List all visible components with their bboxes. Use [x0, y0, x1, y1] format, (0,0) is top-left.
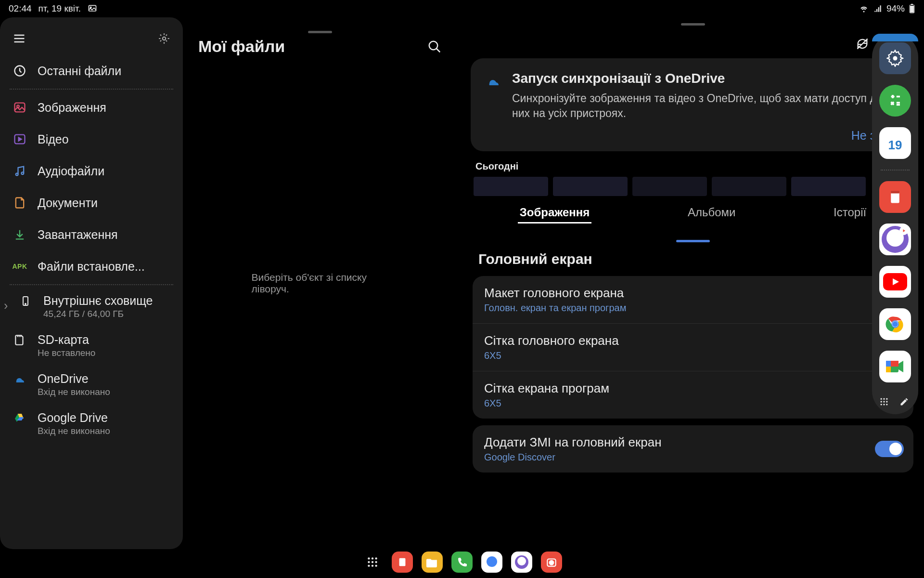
tab-images[interactable]: Зображення — [518, 203, 592, 223]
search-icon[interactable] — [427, 39, 442, 54]
dock-apps-grid-button[interactable] — [879, 397, 891, 408]
onedrive-dismiss-button[interactable]: Не зараз — [485, 129, 901, 143]
dock-calculator-app[interactable] — [879, 85, 911, 117]
sidebar-recent-files[interactable]: Останні файли — [0, 55, 183, 87]
tab-stories[interactable]: Історії — [832, 203, 868, 223]
svg-point-41 — [883, 404, 885, 405]
dock-edit-button[interactable] — [899, 397, 911, 408]
image-icon — [13, 100, 27, 115]
onedrive-card-desc: Синхронізуйте зображення та відео з OneD… — [512, 91, 901, 121]
battery-icon — [909, 4, 915, 13]
dock-browser-app[interactable] — [879, 223, 911, 255]
status-date: пт, 19 квіт. — [38, 3, 81, 14]
svg-point-42 — [886, 404, 887, 405]
svg-point-47 — [372, 561, 373, 563]
sdcard-icon — [13, 333, 27, 347]
setting-apps-grid[interactable]: Сітка екрана програм 6X5 — [473, 371, 913, 419]
sidebar-audio-label: Аудіофайли — [38, 164, 104, 178]
svg-rect-22 — [891, 191, 899, 194]
sidebar-gdrive[interactable]: Google Drive Вхід не виконано — [0, 404, 183, 443]
screenshot-icon — [88, 4, 97, 13]
gallery-thumb[interactable] — [474, 177, 548, 196]
gallery-thumb[interactable] — [791, 177, 866, 196]
dock-chrome-app[interactable] — [879, 308, 911, 340]
status-time: 02:44 — [9, 3, 32, 14]
svg-point-10 — [16, 173, 18, 176]
setting-label: Сітка екрана програм — [484, 381, 902, 396]
taskbar-internet[interactable] — [511, 552, 532, 573]
onedrive-cloud-icon — [485, 75, 501, 85]
svg-point-43 — [368, 557, 370, 559]
sync-icon[interactable] — [856, 37, 869, 51]
gallery-thumb[interactable] — [712, 177, 786, 196]
menu-icon[interactable] — [13, 32, 26, 45]
sidebar-apk-label: Файли встановле... — [38, 260, 145, 274]
today-section: Сьогодні Зображення Альбоми Історії — [462, 155, 924, 232]
taskbar-phone[interactable] — [451, 552, 473, 573]
dock-settings-app[interactable] — [879, 42, 911, 74]
svg-point-38 — [883, 401, 885, 402]
drag-handle[interactable] — [676, 240, 710, 242]
dock-meet-app[interactable] — [879, 351, 911, 382]
sidebar-documents[interactable]: Документи — [0, 187, 183, 219]
svg-point-11 — [22, 172, 24, 174]
battery-percent: 94% — [886, 3, 905, 14]
onedrive-card-title: Запуск синхронізації з OneDrive — [512, 71, 901, 86]
sidebar-images[interactable]: Зображення — [0, 92, 183, 123]
svg-rect-21 — [891, 192, 899, 203]
files-content: Мої файли Виберіть об'єкт зі списку ліво… — [183, 17, 457, 549]
taskbar-notes[interactable] — [392, 552, 413, 573]
audio-icon — [13, 164, 27, 178]
clock-icon — [13, 64, 27, 78]
svg-point-13 — [25, 303, 26, 304]
setting-media-home[interactable]: Додати ЗМІ на головний екран Google Disc… — [473, 425, 913, 473]
sidebar-onedrive[interactable]: OneDrive Вхід не виконано — [0, 365, 183, 404]
svg-point-34 — [881, 398, 882, 400]
taskbar — [0, 550, 924, 574]
sidebar-downloads-label: Завантаження — [38, 228, 118, 242]
svg-rect-52 — [399, 558, 406, 566]
svg-rect-4 — [910, 6, 914, 13]
settings-icon[interactable] — [158, 32, 170, 45]
taskbar-files[interactable] — [422, 552, 443, 573]
taskbar-camera[interactable] — [541, 552, 562, 573]
drag-handle[interactable] — [308, 31, 332, 33]
setting-home-layout[interactable]: Макет головного екрана Головн. екран та … — [473, 276, 913, 324]
setting-value: Головн. екран та екран програм — [484, 302, 902, 314]
gallery-thumb[interactable] — [632, 177, 707, 196]
setting-home-grid[interactable]: Сітка головного екрана 6X5 — [473, 324, 913, 371]
svg-point-45 — [375, 557, 377, 559]
sidebar-audio[interactable]: Аудіофайли — [0, 155, 183, 187]
calendar-day: 19 — [888, 138, 902, 153]
apk-icon: APK — [13, 259, 27, 274]
dock-calendar-app[interactable]: 19 — [879, 127, 911, 159]
files-app-panel: Останні файли Зображення Відео Аудіофайл… — [0, 17, 457, 549]
sidebar-recent-label: Останні файли — [38, 64, 121, 78]
svg-point-44 — [372, 557, 373, 559]
onedrive-sublabel: Вхід не виконано — [38, 387, 110, 397]
sidebar-video[interactable]: Відео — [0, 123, 183, 155]
taskbar-messages[interactable] — [481, 552, 502, 573]
sidebar-sdcard[interactable]: SD-карта Не вставлено — [0, 326, 183, 365]
page-title: Мої файли — [198, 37, 285, 56]
drag-handle[interactable] — [681, 23, 705, 26]
taskbar-apps-button[interactable] — [362, 552, 383, 573]
svg-point-46 — [368, 561, 370, 563]
dock-notes-app[interactable] — [879, 181, 911, 213]
today-label: Сьогодні — [471, 161, 915, 172]
toggle-switch[interactable] — [875, 441, 904, 457]
edge-panel[interactable]: 19 — [872, 34, 918, 414]
sidebar-apk[interactable]: APK Файли встановле... — [0, 250, 183, 282]
svg-point-49 — [368, 565, 370, 566]
divider — [10, 284, 173, 285]
sidebar-internal-storage[interactable]: › Внутрішнє сховище 45,24 ГБ / 64,00 ГБ — [0, 287, 183, 326]
home-settings-card: Головний екран Макет головного екрана Го… — [464, 236, 922, 549]
dock-youtube-app[interactable] — [879, 266, 911, 298]
sidebar-downloads[interactable]: Завантаження — [0, 219, 183, 250]
files-sidebar: Останні файли Зображення Відео Аудіофайл… — [0, 17, 183, 549]
internal-sublabel: 45,24 ГБ / 64,00 ГБ — [43, 309, 153, 319]
gdrive-label: Google Drive — [38, 411, 110, 425]
tab-albums[interactable]: Альбоми — [686, 203, 738, 223]
gallery-settings-panel: Запуск синхронізації з OneDrive Синхроні… — [462, 17, 924, 549]
gallery-thumb[interactable] — [553, 177, 628, 196]
